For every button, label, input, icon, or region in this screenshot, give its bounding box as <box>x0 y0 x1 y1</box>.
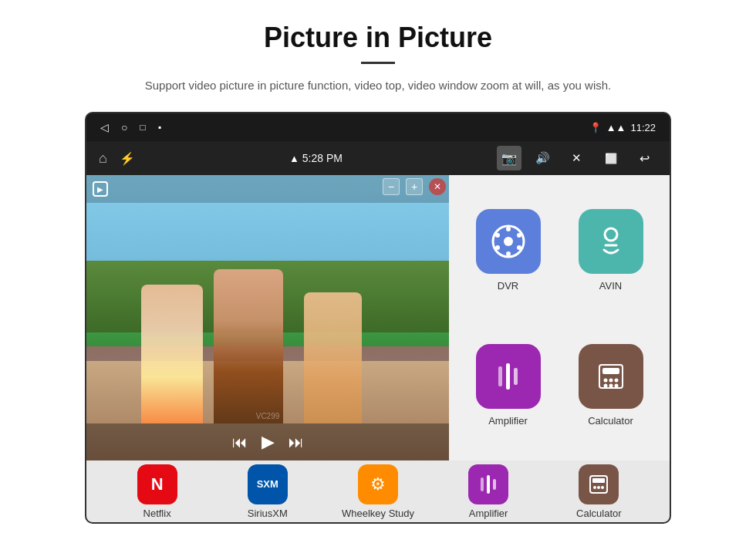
usb-app-icon[interactable]: ⚡ <box>120 151 135 166</box>
svg-point-16 <box>609 379 613 383</box>
watermark: VC299 <box>256 412 280 420</box>
amplifier-bottom-icon[interactable] <box>468 464 508 504</box>
amplifier-bottom-icon-svg <box>476 472 501 497</box>
back-nav-icon[interactable]: ◁ <box>100 121 109 133</box>
back-bar-icon[interactable]: ↩ <box>633 146 657 170</box>
pip-bar-icon[interactable]: ⬜ <box>599 146 623 170</box>
calculator-bottom-icon-svg <box>586 472 611 497</box>
dvr-app-icon[interactable] <box>476 209 541 274</box>
music-nav-icon[interactable]: ▪ <box>158 122 161 133</box>
netflix-label: Netflix <box>143 508 171 519</box>
svg-rect-22 <box>487 475 490 494</box>
svg-point-8 <box>605 228 617 241</box>
device-frame: ◁ ○ □ ▪ 📍 ▲▲ 11:22 ⌂ ⚡ ▲ 5:28 PM 📷 <box>85 112 671 524</box>
wheelkey-label: Wheelkey Study <box>342 508 414 519</box>
wheelkey-icon[interactable]: ⚙ <box>358 464 398 504</box>
title-divider <box>361 62 395 64</box>
apps-panel: DVR AVIN <box>449 175 670 460</box>
location-icon: 📍 <box>589 122 602 133</box>
wifi-bar-icon: ▲ <box>289 153 299 164</box>
bottom-app-wheelkey[interactable]: ⚙ Wheelkey Study <box>332 464 424 519</box>
svg-point-7 <box>495 233 500 238</box>
play-btn[interactable]: ▶ <box>262 432 275 452</box>
amplifier-bottom-label: Amplifier <box>469 508 508 519</box>
recent-nav-icon[interactable]: □ <box>140 122 145 133</box>
video-area[interactable]: VC299 ▶ − + ✕ ⏮ <box>86 175 449 460</box>
app-bar-right: 📷 🔊 ✕ ⬜ ↩ <box>497 146 657 170</box>
video-close-btn[interactable]: ✕ <box>429 178 446 195</box>
calculator-bottom-label: Calculator <box>576 508 622 519</box>
bottom-apps-row: N Netflix SXM SiriusXM ⚙ Wheelkey Study <box>86 460 670 522</box>
app-bar: ⌂ ⚡ ▲ 5:28 PM 📷 🔊 ✕ ⬜ ↩ <box>86 141 670 175</box>
camera-bar-icon[interactable]: 📷 <box>497 146 521 170</box>
svg-point-6 <box>495 245 500 250</box>
video-overlay: VC299 ▶ − + ✕ ⏮ <box>86 175 449 460</box>
siriusxm-icon[interactable]: SXM <box>248 464 288 504</box>
calculator-label: Calculator <box>588 415 633 427</box>
app-cell-amplifier: Amplifier <box>457 318 559 453</box>
video-camera-icon: ▶ <box>93 181 108 197</box>
netflix-icon[interactable]: N <box>137 464 177 504</box>
svg-point-4 <box>517 245 521 250</box>
bottom-app-calculator[interactable]: Calculator <box>552 464 645 519</box>
calculator-icon-svg <box>593 359 629 394</box>
status-bar-left: ◁ ○ □ ▪ <box>100 121 161 133</box>
video-minus-btn[interactable]: − <box>383 178 400 195</box>
siriusxm-label: SiriusXM <box>248 508 288 519</box>
volume-bar-icon[interactable]: 🔊 <box>531 146 555 170</box>
video-top-bar: ▶ − + ✕ <box>86 175 449 203</box>
home-nav-icon[interactable]: ○ <box>121 121 127 133</box>
svg-point-20 <box>614 384 618 388</box>
page-title: Picture in Picture <box>31 22 725 54</box>
rewind-btn[interactable]: ⏮ <box>232 433 248 451</box>
svg-rect-23 <box>493 479 496 490</box>
status-bar-right: 📍 ▲▲ 11:22 <box>589 122 656 133</box>
calculator-app-icon[interactable] <box>579 344 643 409</box>
fastforward-btn[interactable]: ⏭ <box>289 433 304 451</box>
svg-rect-25 <box>592 478 605 483</box>
app-bar-time: 5:28 PM <box>302 152 343 164</box>
main-content: VC299 ▶ − + ✕ ⏮ <box>86 175 670 460</box>
status-time: 11:22 <box>630 122 656 133</box>
app-cell-avin: AVIN <box>559 183 662 318</box>
svg-rect-12 <box>514 368 518 385</box>
svg-point-19 <box>609 384 613 388</box>
video-playback-controls: ⏮ ▶ ⏭ <box>86 423 449 460</box>
wifi-status-icon: ▲▲ <box>606 122 626 133</box>
svg-point-18 <box>603 384 607 388</box>
video-plus-btn[interactable]: + <box>406 178 423 195</box>
page-subtitle: Support video picture in picture functio… <box>31 76 725 95</box>
status-bar: ◁ ○ □ ▪ 📍 ▲▲ 11:22 <box>86 113 670 141</box>
bottom-app-siriusxm[interactable]: SXM SiriusXM <box>221 464 314 519</box>
amplifier-icon-svg <box>491 359 526 394</box>
app-cell-calculator: Calculator <box>559 318 662 453</box>
amplifier-app-icon[interactable] <box>476 344 541 409</box>
dvr-label: DVR <box>498 280 518 292</box>
svg-point-28 <box>601 486 604 489</box>
close-bar-icon[interactable]: ✕ <box>565 146 589 170</box>
avin-icon-svg <box>593 224 629 259</box>
calculator-bottom-icon[interactable] <box>579 464 619 504</box>
svg-point-2 <box>506 227 511 231</box>
svg-point-17 <box>614 379 618 383</box>
app-bar-left: ⌂ ⚡ <box>99 150 135 167</box>
dvr-icon-svg <box>491 224 526 259</box>
home-app-icon[interactable]: ⌂ <box>99 150 107 167</box>
svg-point-1 <box>504 237 513 246</box>
svg-rect-21 <box>481 477 484 491</box>
svg-rect-14 <box>602 368 619 374</box>
video-scene: VC299 <box>86 175 449 460</box>
app-cell-dvr: DVR <box>457 183 559 318</box>
avin-label: AVIN <box>599 280 622 292</box>
amplifier-label: Amplifier <box>488 415 528 427</box>
title-section: Picture in Picture Support video picture… <box>31 22 725 95</box>
svg-point-15 <box>603 379 607 383</box>
app-bar-center: ▲ 5:28 PM <box>289 152 343 164</box>
svg-point-5 <box>506 251 511 256</box>
bottom-app-netflix[interactable]: N Netflix <box>111 464 204 519</box>
svg-rect-10 <box>498 366 502 386</box>
avin-app-icon[interactable] <box>579 209 643 274</box>
svg-point-26 <box>593 486 596 489</box>
bottom-app-amplifier[interactable]: Amplifier <box>442 464 535 519</box>
svg-point-3 <box>517 233 521 238</box>
